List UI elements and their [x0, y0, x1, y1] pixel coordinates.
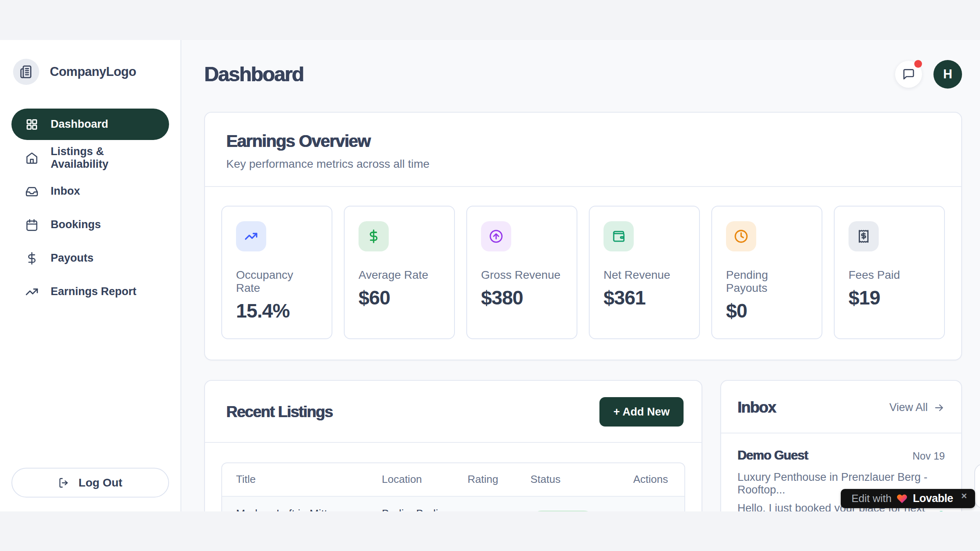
arrow-up-circle-icon [481, 221, 511, 251]
metric-label: Pending Payouts [726, 269, 808, 295]
receipt-icon [849, 221, 879, 251]
earnings-subtitle: Key performance metrics across all time [226, 158, 940, 171]
lovable-badge[interactable]: Edit with Lovable × [841, 489, 975, 508]
column-header-title: Title [236, 472, 382, 487]
dollar-icon [359, 221, 389, 251]
chat-button[interactable] [895, 61, 922, 88]
metric-label: Occupancy Rate [236, 269, 318, 295]
table-row[interactable]: Modern Loft in Mitte - Industrial Chic B… [222, 497, 684, 511]
metric-fees-paid: Fees Paid $19 [834, 206, 945, 339]
metric-label: Average Rate [359, 269, 440, 282]
view-all-label: View All [889, 401, 928, 414]
building-icon [13, 59, 39, 85]
earnings-header: Earnings Overview Key performance metric… [205, 113, 961, 187]
metric-label: Net Revenue [604, 269, 685, 282]
sidebar-item-payouts[interactable]: Payouts [11, 242, 169, 274]
calendar-icon [25, 218, 38, 231]
logout-icon [58, 477, 69, 489]
sidebar-item-inbox[interactable]: Inbox [11, 176, 169, 207]
sidebar-item-label: Listings & Availability [51, 145, 155, 171]
sidebar-nav: Dashboard Listings & Availability [11, 109, 169, 307]
metrics-row: Occupancy Rate 15.4% Average Rate $60 [205, 187, 961, 360]
metric-value: $0 [726, 300, 808, 322]
wallet-icon [604, 221, 634, 251]
earnings-title: Earnings Overview [226, 131, 940, 151]
heart-icon [896, 493, 908, 504]
metric-label: Fees Paid [849, 269, 930, 282]
avatar[interactable]: H [933, 60, 962, 89]
topbar: Dashboard H [204, 56, 962, 93]
metric-value: $361 [604, 287, 685, 309]
column-header-status: Status [530, 472, 616, 487]
topbar-actions: H [895, 60, 962, 89]
listings-table: Title Location Rating Status Actions Mod… [221, 462, 685, 511]
sidebar-item-bookings[interactable]: Bookings [11, 209, 169, 240]
arrow-right-icon [933, 402, 945, 413]
app-viewport: CompanyLogo Dashboard [0, 40, 980, 511]
metric-value: $380 [481, 287, 563, 309]
column-header-actions: Actions [616, 472, 670, 487]
brand-logo: CompanyLogo [11, 59, 169, 85]
grid-icon [25, 118, 38, 131]
inbox-icon [25, 185, 38, 198]
sidebar-item-label: Bookings [51, 218, 101, 231]
sidebar-item-label: Payouts [51, 252, 94, 264]
brand-name: CompanyLogo [50, 64, 136, 79]
column-header-location: Location [382, 472, 468, 487]
metric-gross-revenue: Gross Revenue $380 [466, 206, 577, 339]
trending-up-icon [236, 221, 266, 251]
edge-scroll-pill [974, 464, 980, 509]
metric-occupancy-rate: Occupancy Rate 15.4% [221, 206, 332, 339]
inbox-title: Inbox [737, 399, 776, 416]
recent-listings-card: Recent Listings + Add New Title Location… [204, 380, 702, 511]
sidebar: CompanyLogo Dashboard [0, 40, 181, 511]
dollar-icon [25, 252, 38, 265]
home-icon [25, 151, 38, 164]
add-new-button[interactable]: + Add New [599, 397, 684, 427]
message-date: Nov 19 [913, 450, 945, 462]
lovable-brand: Lovable [913, 492, 953, 505]
unread-dot [938, 511, 945, 511]
close-icon[interactable]: × [961, 489, 967, 503]
chat-bubble-icon [902, 68, 915, 81]
metric-label: Gross Revenue [481, 269, 563, 282]
metric-average-rate: Average Rate $60 [344, 206, 455, 339]
clock-icon [726, 221, 756, 251]
listing-location: Berlin, Berlin, Germany [382, 506, 468, 511]
sidebar-item-listings[interactable]: Listings & Availability [11, 142, 169, 173]
main-content: Dashboard H Earnings Overview [181, 40, 980, 511]
sidebar-item-label: Earnings Report [51, 285, 136, 298]
view-all-link[interactable]: View All [889, 401, 945, 414]
earnings-overview-card: Earnings Overview Key performance metric… [204, 112, 962, 360]
sidebar-item-dashboard[interactable]: Dashboard [11, 109, 169, 140]
listing-status: Approved [530, 511, 616, 511]
metric-value: 15.4% [236, 300, 318, 322]
notification-dot [914, 60, 922, 68]
page-title: Dashboard [204, 62, 303, 86]
table-header-row: Title Location Rating Status Actions [222, 463, 684, 497]
metric-value: $19 [849, 287, 930, 309]
logout-label: Log Out [78, 476, 122, 489]
sidebar-item-label: Inbox [51, 185, 80, 198]
sidebar-item-label: Dashboard [51, 118, 108, 131]
lovable-prefix: Edit with [851, 492, 891, 505]
column-header-rating: Rating [468, 472, 530, 487]
inbox-header: Inbox View All [721, 381, 961, 433]
sidebar-item-earnings-report[interactable]: Earnings Report [11, 276, 169, 307]
message-sender: Demo Guest [737, 448, 808, 463]
listings-header: Recent Listings + Add New [205, 381, 702, 443]
status-badge: Approved [530, 511, 595, 511]
listings-title: Recent Listings [226, 403, 332, 421]
listing-title: Modern Loft in Mitte - Industrial Chic [236, 506, 382, 511]
avatar-initial: H [943, 67, 952, 82]
trending-up-icon [25, 285, 38, 298]
metric-value: $60 [359, 287, 440, 309]
metric-pending-payouts: Pending Payouts $0 [711, 206, 822, 339]
metric-net-revenue: Net Revenue $361 [589, 206, 700, 339]
logout-button[interactable]: Log Out [11, 468, 169, 498]
